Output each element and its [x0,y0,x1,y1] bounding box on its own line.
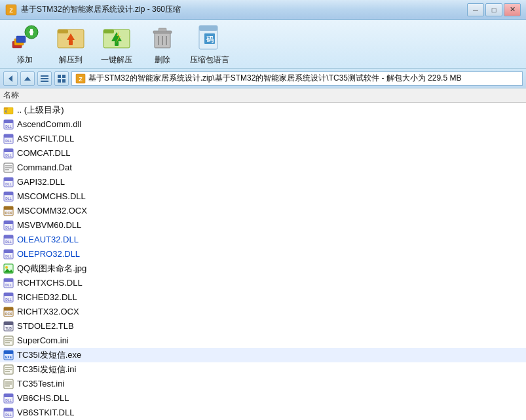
address-bar: Z 基于STM32的智能家居系统设计.zip\基于STM32的智能家居系统设计\… [0,69,526,88]
file-name: MSVBVM60.DLL [17,220,81,230]
file-name: GAPI32.DLL [17,177,65,187]
exe-icon: EXE [3,350,14,360]
list-item[interactable]: DLL VB6STKIT.DLL [0,406,526,420]
file-name: STDOLE2.TLB [17,321,74,331]
grid-view-button[interactable] [54,71,69,86]
dll-icon: DLL [3,134,14,144]
svg-text:Z: Z [9,7,13,14]
svg-point-73 [5,266,8,269]
svg-text:DLL: DLL [5,197,12,200]
svg-text:码: 码 [206,35,214,43]
dll-icon: DLL [3,119,14,130]
list-item[interactable]: OCX MSCOMM32.OCX [0,204,526,218]
list-item[interactable]: SuperCom.ini [0,334,526,348]
svg-rect-32 [58,75,61,78]
dll-icon: DLL [3,148,14,159]
list-item[interactable]: TLB STDOLE2.TLB [0,319,526,334]
list-item[interactable]: DLL VB6CHS.DLL [0,391,526,406]
svg-text:DLL: DLL [5,182,12,186]
svg-text:OCX: OCX [5,211,13,215]
tlb-icon: TLB [3,321,14,332]
dll-icon: DLL [3,278,14,288]
svg-rect-55 [4,178,13,181]
list-item[interactable]: DLL GAPI32.DLL [0,175,526,189]
toolbar: 添加 解压到 一键解压 [0,20,526,69]
svg-rect-11 [69,40,73,45]
up-button[interactable] [20,71,35,86]
svg-text:DLL: DLL [5,240,12,244]
parent-icon [3,105,14,115]
address-path[interactable]: Z 基于STM32的智能家居系统设计.zip\基于STM32的智能家居系统设计\… [71,71,523,86]
list-item[interactable]: TC35i发短信.ini [0,362,526,377]
svg-rect-33 [62,75,66,78]
add-label: 添加 [17,54,33,66]
file-name: AscendComm.dll [17,119,81,129]
file-name: Command.Dat [17,162,72,172]
window-title: 基于STM32的智能家居系统设计.zip - 360压缩 [21,4,467,15]
dll-icon: DLL [3,177,14,187]
extract-button[interactable]: 解压到 [52,23,88,66]
svg-rect-76 [4,278,13,282]
dll-icon: DLL [3,220,14,231]
svg-rect-4 [16,36,26,43]
list-item[interactable]: DLL OLEPRO32.DLL [0,247,526,261]
list-item[interactable]: DLL AscendComm.dll [0,117,526,132]
svg-rect-58 [4,192,13,195]
close-button[interactable]: ✕ [504,3,521,16]
add-button[interactable]: 添加 [7,23,43,66]
dll-icon: DLL [3,292,14,303]
delete-button[interactable]: 删除 [144,23,180,66]
list-item[interactable]: DLL MSCOMCHS.DLL [0,189,526,204]
list-item[interactable]: EXE TC35i发短信.exe [0,348,526,362]
svg-text:DLL: DLL [5,297,12,301]
lang-button[interactable]: 码 压缩包语言 [190,23,229,66]
file-list: .. (上级目录) DLL AscendComm.dll DLL ASYCFIL… [0,103,526,420]
file-name: RICHTX32.OCX [17,307,79,316]
onekey-button[interactable]: 一键解压 [98,23,134,66]
svg-rect-79 [4,293,13,296]
file-name: MSCOMCHS.DLL [17,191,86,201]
svg-rect-29 [41,75,48,77]
list-item[interactable]: .. (上级目录) [0,103,526,117]
svg-rect-42 [4,120,13,123]
add-icon [10,23,39,52]
list-item[interactable]: Command.Dat [0,161,526,175]
list-item[interactable]: TC35Test.ini [0,377,526,391]
dll-icon: DLL [3,191,14,202]
svg-text:DLL: DLL [5,124,12,128]
list-view-button[interactable] [37,71,52,86]
svg-text:OCX: OCX [5,312,13,316]
maximize-button[interactable]: □ [485,3,502,16]
svg-rect-13 [103,29,114,33]
svg-text:EXE: EXE [5,355,12,359]
dll-icon: DLL [3,408,14,418]
list-item[interactable]: DLL MSVBVM60.DLL [0,218,526,233]
file-name: RCHTXCHS.DLL [17,278,83,288]
svg-rect-103 [4,394,13,397]
svg-marker-28 [24,77,31,81]
address-text: 基于STM32的智能家居系统设计.zip\基于STM32的智能家居系统设计\TC… [88,73,461,84]
svg-rect-15 [115,41,119,46]
svg-rect-92 [4,351,13,354]
file-name: ASYCFILT.DLL [17,134,74,143]
back-button[interactable] [3,71,18,86]
minimize-button[interactable]: ─ [467,3,484,16]
list-item[interactable]: DLL RICHED32.DLL [0,290,526,305]
list-item[interactable]: OCX RICHTX32.OCX [0,305,526,319]
svg-rect-82 [4,307,13,311]
delete-icon [148,23,177,52]
svg-text:DLL: DLL [5,413,12,417]
file-name: TC35i发短信.ini [17,364,76,375]
list-item[interactable]: DLL RCHTXCHS.DLL [0,276,526,290]
list-item[interactable]: DLL ASYCFILT.DLL [0,132,526,146]
list-item[interactable]: DLL OLEAUT32.DLL [0,233,526,247]
svg-rect-30 [41,78,48,79]
list-item[interactable]: DLL COMCAT.DLL [0,146,526,161]
svg-rect-45 [4,134,13,138]
svg-rect-67 [4,235,13,239]
svg-rect-35 [62,79,66,83]
svg-rect-85 [4,322,13,325]
dll-icon: DLL [3,249,14,259]
list-item[interactable]: QQ截图未命名.jpg [0,261,526,276]
ocx-icon: OCX [3,206,14,216]
